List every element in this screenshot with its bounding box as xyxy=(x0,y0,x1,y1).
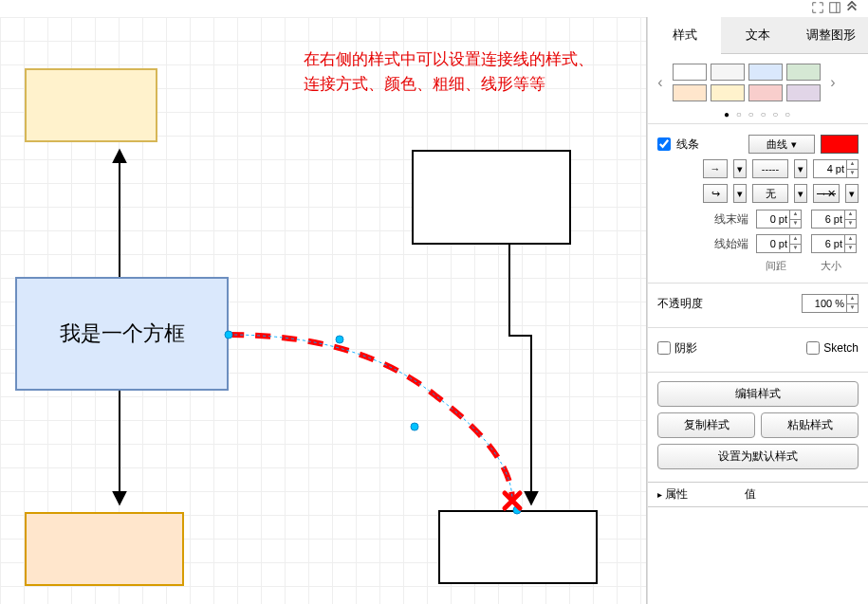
shadow-label: 阴影 xyxy=(674,340,697,357)
shadow-check[interactable] xyxy=(657,341,671,355)
end-size-stepper[interactable]: ▲▼ xyxy=(811,210,859,229)
chevron-up-icon[interactable] xyxy=(845,1,859,17)
waypoint-select[interactable]: ↪ xyxy=(703,184,728,203)
line-start-label: 线始端 xyxy=(657,236,748,252)
svg-point-6 xyxy=(411,423,418,430)
properties-header[interactable]: 属性 值 xyxy=(648,482,868,507)
arrow-end-type-more[interactable]: ▾ xyxy=(794,184,807,203)
tab-style[interactable]: 样式 xyxy=(648,17,721,54)
annotation-text: 在右侧的样式中可以设置连接线的样式、 连接方式、颜色、粗细、线形等等 xyxy=(304,47,594,96)
arrow-start-select[interactable]: → xyxy=(703,159,728,178)
end-spacing-stepper[interactable]: ▲▼ xyxy=(756,210,803,229)
rect-blue-labeled[interactable]: 我是一个方框 xyxy=(15,277,229,391)
sketch-check[interactable] xyxy=(806,341,820,355)
fill-swatch[interactable] xyxy=(673,84,707,101)
arrow-start-more[interactable]: ▾ xyxy=(733,159,747,178)
edit-style-button[interactable]: 编辑样式 xyxy=(657,381,859,407)
swatch-page-dots[interactable]: ● ○ ○ ○ ○ ○ xyxy=(648,105,868,123)
fill-swatch[interactable] xyxy=(711,84,745,101)
rect-white-bottom[interactable] xyxy=(438,510,598,584)
copy-style-button[interactable]: 复制样式 xyxy=(657,412,755,438)
rect-yellow-top[interactable] xyxy=(25,68,157,142)
fill-swatch[interactable] xyxy=(711,64,745,81)
rect-orange-bottom[interactable] xyxy=(25,512,184,586)
prop-col-attr: 属性 xyxy=(657,486,688,503)
set-default-style-button[interactable]: 设置为默认样式 xyxy=(657,444,859,469)
collapse-icon[interactable] xyxy=(828,1,841,17)
opacity-input[interactable] xyxy=(802,294,847,313)
swatch-next-icon[interactable]: › xyxy=(826,74,840,91)
dash-style-select[interactable]: ----- xyxy=(752,159,788,178)
prop-col-value: 值 xyxy=(745,486,756,503)
line-curve-select[interactable]: 曲线 ▾ xyxy=(748,135,815,154)
fullscreen-icon[interactable] xyxy=(811,1,824,17)
opacity-label: 不透明度 xyxy=(657,296,703,312)
paste-style-button[interactable]: 粘贴样式 xyxy=(761,412,859,438)
waypoint-more[interactable]: ▾ xyxy=(733,184,747,203)
sketch-label: Sketch xyxy=(823,341,859,355)
dash-style-more[interactable]: ▾ xyxy=(794,159,807,178)
line-width-stepper[interactable]: ▲▼ xyxy=(813,159,859,178)
line-enable-check[interactable] xyxy=(657,137,671,151)
rect-label: 我是一个方框 xyxy=(60,320,185,348)
fill-swatch[interactable] xyxy=(786,64,821,81)
fill-swatch-grid xyxy=(673,64,821,101)
fill-swatch[interactable] xyxy=(748,84,783,101)
start-size-stepper[interactable]: ▲▼ xyxy=(811,234,859,253)
line-jump-more[interactable]: ▾ xyxy=(845,184,859,203)
line-width-input[interactable] xyxy=(813,159,847,178)
swatch-prev-icon[interactable]: ‹ xyxy=(654,74,667,91)
opacity-stepper[interactable]: ▲▼ xyxy=(802,294,859,313)
line-label: 线条 xyxy=(676,137,699,153)
fill-swatch[interactable] xyxy=(748,64,783,81)
start-spacing-stepper[interactable]: ▲▼ xyxy=(756,234,803,253)
ends-col-size: 大小 xyxy=(821,259,841,273)
drawing-canvas[interactable]: 我是一个方框 在右侧的样式中可以设置连接线的样式、 连接方式、颜色、粗细、线形等… xyxy=(0,17,647,604)
ends-col-spacing: 间距 xyxy=(766,259,786,273)
line-color-button[interactable] xyxy=(821,135,859,154)
tab-text[interactable]: 文本 xyxy=(721,17,794,54)
svg-rect-0 xyxy=(830,2,840,12)
style-panel: 样式 文本 调整图形 ‹ › ● ○ ○ ○ ○ ○ 线条 曲线 ▾ → ▾ - xyxy=(647,17,868,604)
arrow-end-type-select[interactable]: 无 xyxy=(752,184,788,203)
line-end-label: 线末端 xyxy=(657,211,748,228)
fill-swatch[interactable] xyxy=(786,84,821,101)
line-jump-select[interactable]: →✕ xyxy=(813,184,840,203)
tab-arrange[interactable]: 调整图形 xyxy=(795,17,868,54)
fill-swatch[interactable] xyxy=(673,64,707,81)
svg-point-5 xyxy=(336,336,343,343)
rect-white-top[interactable] xyxy=(412,150,571,245)
